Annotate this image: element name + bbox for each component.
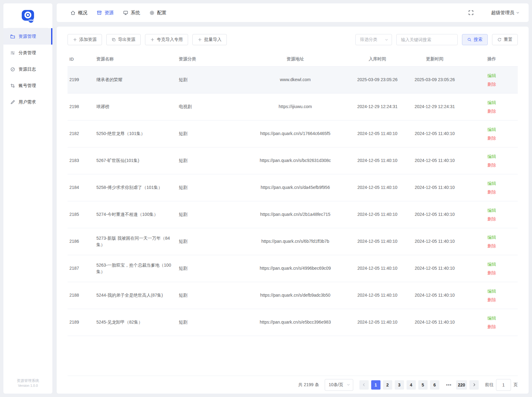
sidebar-footer: 资源管理系统 Version 1.0.0: [3, 378, 52, 394]
delete-link[interactable]: 删除: [468, 188, 516, 196]
edit-link[interactable]: 编辑: [468, 233, 516, 242]
table-row[interactable]: 2188 5244-我的弟子全是绝世高人(87集) 短剧 https://pan…: [68, 282, 518, 309]
top-navigation: 概况 资源 系统 配置 超级管理员: [57, 3, 529, 22]
edit-link[interactable]: 编辑: [468, 314, 516, 322]
table-row[interactable]: 2189 5245-见龙卸甲（82集） 短剧 https://pan.quark…: [68, 309, 518, 336]
cell-resource-name: 琅琊榜: [95, 93, 177, 120]
edit-link[interactable]: 编辑: [468, 71, 516, 80]
search-button[interactable]: 搜索: [462, 34, 488, 45]
col-header-name: 资源名称: [95, 52, 177, 66]
quark-import-button[interactable]: 夸克导入专用: [145, 34, 188, 45]
cell-created-time: 2024-12-29 12:24:31: [351, 93, 404, 120]
cell-resource-url: https://pan.quark.cn/s/4996bec69c09: [240, 255, 351, 282]
delete-link[interactable]: 删除: [468, 242, 516, 250]
keyword-search-input[interactable]: [396, 34, 458, 45]
col-header-updated: 更新时间: [404, 52, 466, 66]
fullscreen-icon[interactable]: [468, 10, 474, 15]
category-filter-select[interactable]: 筛选分类: [355, 34, 392, 45]
cell-actions: 编辑 删除: [466, 201, 518, 228]
add-resource-button[interactable]: 添加资源: [68, 34, 102, 45]
table-row[interactable]: 2182 5250-绝世龙尊（101集） 短剧 https://pan.quar…: [68, 120, 518, 147]
pagination-bar: 共 2199 条 10条/页 123456 ••• 220 前往 页: [68, 376, 518, 394]
app-version: Version 1.0.0: [3, 383, 52, 388]
delete-link[interactable]: 删除: [468, 161, 516, 169]
sidebar-item-resource-management[interactable]: 资源管理: [3, 28, 52, 45]
box-icon: [97, 10, 102, 15]
table-row[interactable]: 2183 5267-旷世医仙(101集) 短剧 https://pan.quar…: [68, 147, 518, 174]
cell-updated-time: 2024-12-05 11:40:10: [404, 147, 466, 174]
delete-link[interactable]: 删除: [468, 80, 516, 89]
edit-link[interactable]: 编辑: [468, 260, 516, 268]
cell-updated-time: 2025-03-09 23:05:26: [404, 66, 466, 93]
delete-link[interactable]: 删除: [468, 295, 516, 304]
col-header-category: 资源分类: [177, 52, 240, 66]
table-row[interactable]: 2198 琅琊榜 电视剧 https://ijiuwu.com 2024-12-…: [68, 93, 518, 120]
table-row[interactable]: 2184 5258-傅少求求你别虐了（101集） 短剧 https://pan.…: [68, 174, 518, 201]
delete-link[interactable]: 删除: [468, 215, 516, 223]
edit-link[interactable]: 编辑: [468, 152, 516, 161]
goto-page-input[interactable]: [496, 379, 511, 391]
cell-category: 短剧: [177, 201, 240, 228]
page-button-4[interactable]: 4: [407, 380, 416, 390]
export-resource-button[interactable]: 导出资源: [106, 34, 141, 45]
plus-icon: [73, 37, 77, 42]
delete-link[interactable]: 删除: [468, 134, 516, 142]
delete-link[interactable]: 删除: [468, 107, 516, 116]
sidebar-item-label: 分类管理: [19, 50, 36, 56]
reset-button[interactable]: 重置: [492, 34, 518, 45]
page-button-3[interactable]: 3: [395, 380, 404, 390]
monitor-icon: [123, 10, 128, 15]
table-row[interactable]: 2186 5273-新版 我被困在同一天一万年（84集） 短剧 https://…: [68, 228, 518, 255]
cell-id: 2187: [68, 255, 95, 282]
user-menu[interactable]: 超级管理员: [491, 10, 520, 16]
home-icon: [70, 10, 76, 15]
cell-created-time: 2024-12-05 11:40:10: [351, 120, 404, 147]
cell-updated-time: 2024-12-05 11:40:10: [404, 201, 466, 228]
cell-created-time: 2025-03-09 23:05:26: [351, 66, 404, 93]
total-count: 共 2199 条: [298, 382, 319, 388]
cell-resource-url: https://ijiuwu.com: [240, 93, 351, 120]
cell-category: 短剧: [177, 174, 240, 201]
cell-resource-url: https://pan.quark.cn/s/bc92631d308c: [240, 147, 351, 174]
cell-resource-name: 5245-见龙卸甲（82集）: [95, 309, 177, 336]
sidebar-item-category-management[interactable]: 分类管理: [3, 45, 52, 61]
search-icon: [467, 37, 472, 42]
table-row[interactable]: 2199 继承者的荣耀 短剧 www.dkewl.com 2025-03-09 …: [68, 66, 518, 93]
nav-item-system[interactable]: 系统: [123, 10, 140, 16]
table-row[interactable]: 2185 5274-今时重逢不相逢（100集） 短剧 https://pan.q…: [68, 201, 518, 228]
cell-id: 2199: [68, 66, 95, 93]
batch-import-button[interactable]: 批量导入: [192, 34, 227, 45]
page-button-1[interactable]: 1: [371, 380, 380, 390]
page-button-5[interactable]: 5: [418, 380, 428, 390]
nav-item-overview[interactable]: 概况: [70, 10, 87, 16]
cell-actions: 编辑 删除: [466, 66, 518, 93]
sidebar-item-account-management[interactable]: 账号管理: [3, 77, 52, 94]
next-page-button[interactable]: [469, 380, 479, 390]
table-row[interactable]: 2187 5263-一胎双宝，抢个总裁当爹地（100集） 短剧 https://…: [68, 255, 518, 282]
sidebar-item-user-demand[interactable]: 用户需求: [3, 94, 52, 110]
cell-created-time: 2024-12-05 11:40:10: [351, 282, 404, 309]
nav-item-settings[interactable]: 配置: [149, 10, 166, 16]
pagination-ellipsis[interactable]: •••: [444, 382, 454, 387]
edit-link[interactable]: 编辑: [468, 98, 516, 107]
page-button-last[interactable]: 220: [456, 380, 467, 390]
edit-link[interactable]: 编辑: [468, 125, 516, 134]
edit-link[interactable]: 编辑: [468, 206, 516, 215]
cell-category: 短剧: [177, 66, 240, 93]
plus-icon: [150, 37, 155, 42]
cell-updated-time: 2024-12-05 11:40:10: [404, 282, 466, 309]
nav-item-resources[interactable]: 资源: [97, 10, 114, 16]
sidebar-item-resource-log[interactable]: 资源日志: [3, 61, 52, 77]
cell-id: 2189: [68, 309, 95, 336]
page-button-6[interactable]: 6: [430, 380, 439, 390]
delete-link[interactable]: 删除: [468, 322, 516, 331]
delete-link[interactable]: 删除: [468, 268, 516, 277]
edit-link[interactable]: 编辑: [468, 287, 516, 295]
nav-item-label: 资源: [104, 10, 114, 16]
prev-page-button[interactable]: [359, 380, 369, 390]
edit-link[interactable]: 编辑: [468, 179, 516, 188]
page-size-select[interactable]: 10条/页: [325, 379, 353, 391]
nav-item-label: 系统: [131, 10, 140, 16]
cell-resource-name: 5244-我的弟子全是绝世高人(87集): [95, 282, 177, 309]
page-button-2[interactable]: 2: [383, 380, 392, 390]
